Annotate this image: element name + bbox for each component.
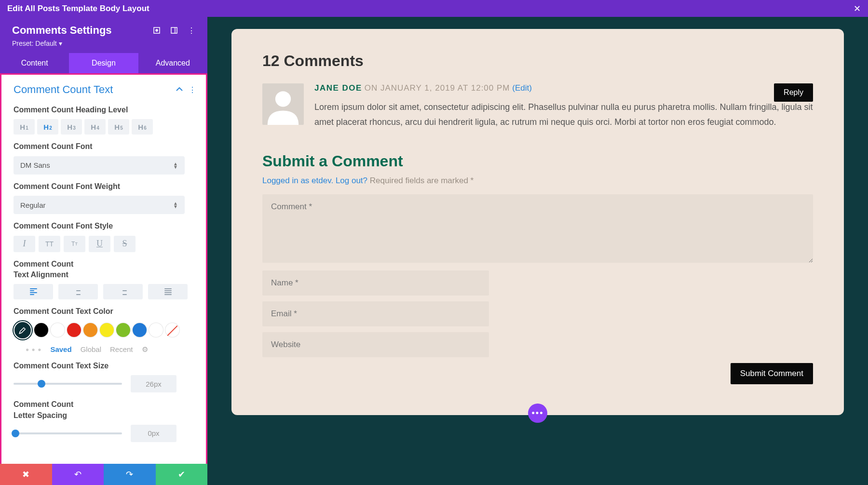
- comment-author[interactable]: JANE DOE: [314, 83, 362, 93]
- size-input[interactable]: [131, 375, 176, 392]
- svg-point-4: [275, 91, 291, 107]
- label-size: Comment Count Text Size: [14, 361, 201, 371]
- chevron-up-icon[interactable]: [176, 85, 183, 94]
- svg-rect-2: [171, 27, 177, 33]
- settings-tabs: Content Design Advanced: [0, 53, 207, 73]
- color-tab-saved[interactable]: Saved: [50, 345, 71, 353]
- window-title: Edit All Posts Template Body Layout: [7, 4, 149, 13]
- heading-h3[interactable]: H3: [61, 119, 82, 135]
- tab-content[interactable]: Content: [0, 53, 69, 73]
- settings-sidebar: Comments Settings ⋮ Preset: Default ▾ Co…: [0, 17, 207, 485]
- submit-button[interactable]: Submit Comment: [731, 363, 813, 384]
- color-picker[interactable]: [14, 321, 32, 339]
- heading-h2[interactable]: H2: [37, 119, 58, 135]
- website-input[interactable]: [262, 332, 489, 357]
- size-slider[interactable]: [14, 383, 122, 385]
- style-underline[interactable]: U: [89, 236, 110, 252]
- font-select[interactable]: DM Sans ▲▼: [14, 156, 185, 175]
- style-strikethrough[interactable]: S: [114, 236, 136, 252]
- cancel-button[interactable]: ✖: [0, 464, 52, 485]
- required-note: Required fields are marked *: [370, 176, 474, 185]
- comments-module: 12 Comments JANE DOE ON JANUARY 1, 2019 …: [231, 29, 844, 415]
- label-style: Comment Count Font Style: [14, 221, 201, 231]
- label-weight: Comment Count Font Weight: [14, 181, 201, 192]
- align-left[interactable]: [14, 284, 53, 299]
- swatch-red[interactable]: [67, 323, 81, 337]
- label-heading-level: Comment Count Heading Level: [14, 105, 201, 115]
- preview-canvas: 12 Comments JANE DOE ON JANUARY 1, 2019 …: [207, 17, 868, 485]
- reply-button[interactable]: Reply: [774, 83, 813, 102]
- form-title: Submit a Comment: [262, 152, 813, 170]
- swatch-white[interactable]: [51, 323, 65, 337]
- undo-button[interactable]: ↶: [52, 464, 104, 485]
- label-alignment: Comment Count Text Alignment: [14, 259, 91, 281]
- label-spacing: Comment Count Letter Spacing: [14, 399, 95, 421]
- style-smallcaps[interactable]: TT: [64, 236, 85, 252]
- align-center[interactable]: [58, 284, 98, 299]
- color-tab-recent[interactable]: Recent: [110, 345, 133, 353]
- comment-body-text: Lorem ipsum dolor sit amet, consectetur …: [314, 100, 813, 129]
- comment-date: ON JANUARY 1, 2019 AT 12:00 PM: [365, 83, 510, 93]
- save-button[interactable]: ✔: [156, 464, 208, 485]
- module-title: Comments Settings: [12, 24, 112, 37]
- kebab-menu-icon[interactable]: ⋮: [189, 85, 196, 94]
- logged-in-link[interactable]: Logged in as etdev.: [262, 176, 333, 185]
- style-uppercase[interactable]: TT: [39, 236, 60, 252]
- expand-icon[interactable]: [153, 27, 161, 34]
- select-arrows-icon: ▲▼: [173, 162, 178, 169]
- name-input[interactable]: [262, 270, 489, 296]
- logout-link[interactable]: Log out?: [336, 176, 367, 185]
- label-color: Comment Count Text Color: [14, 306, 201, 317]
- spacing-input[interactable]: [131, 425, 176, 442]
- align-justify[interactable]: [148, 284, 188, 299]
- weight-select[interactable]: Regular ▲▼: [14, 196, 185, 214]
- action-bar: ✖ ↶ ↷ ✔: [0, 464, 207, 485]
- gear-icon[interactable]: ⚙: [142, 345, 148, 354]
- swatch-yellow[interactable]: [100, 323, 114, 337]
- comment-item: JANE DOE ON JANUARY 1, 2019 AT 12:00 PM …: [262, 83, 813, 129]
- section-title: Comment Count Text: [14, 83, 113, 96]
- redo-button[interactable]: ↷: [104, 464, 156, 485]
- drag-handle-icon[interactable]: ● ● ●: [26, 346, 41, 353]
- tab-design[interactable]: Design: [69, 53, 138, 73]
- spacing-slider[interactable]: [14, 432, 122, 434]
- swatch-blue[interactable]: [133, 323, 147, 337]
- align-right[interactable]: [103, 284, 143, 299]
- tab-advanced[interactable]: Advanced: [138, 53, 207, 73]
- comment-count-title: 12 Comments: [262, 52, 813, 70]
- comment-textarea[interactable]: [262, 194, 813, 263]
- swatch-black[interactable]: [34, 323, 48, 337]
- window-titlebar: Edit All Posts Template Body Layout ✕: [0, 0, 868, 17]
- heading-h1[interactable]: H1: [14, 119, 35, 135]
- kebab-menu-icon[interactable]: ⋮: [188, 27, 195, 34]
- heading-h4[interactable]: H4: [84, 119, 106, 135]
- module-options-fab[interactable]: •••: [528, 404, 547, 423]
- heading-h5[interactable]: H5: [108, 119, 129, 135]
- select-arrows-icon: ▲▼: [173, 202, 178, 208]
- swatch-none[interactable]: [165, 323, 179, 337]
- swatch-white2[interactable]: [149, 323, 163, 337]
- form-note: Logged in as etdev. Log out? Required fi…: [262, 176, 813, 186]
- responsive-icon[interactable]: [170, 27, 178, 34]
- color-tab-global[interactable]: Global: [81, 345, 101, 353]
- swatch-green[interactable]: [116, 323, 130, 337]
- close-icon[interactable]: ✕: [854, 3, 861, 14]
- heading-h6[interactable]: H6: [132, 119, 153, 135]
- avatar: [262, 83, 304, 125]
- style-italic[interactable]: I: [14, 236, 35, 252]
- svg-point-1: [156, 29, 158, 31]
- edit-link[interactable]: (Edit): [512, 83, 532, 93]
- preset-selector[interactable]: Preset: Default ▾: [12, 40, 195, 47]
- chevron-down-icon: ▾: [59, 40, 62, 47]
- label-font: Comment Count Font: [14, 141, 201, 152]
- email-input[interactable]: [262, 301, 489, 326]
- swatch-orange[interactable]: [83, 323, 97, 337]
